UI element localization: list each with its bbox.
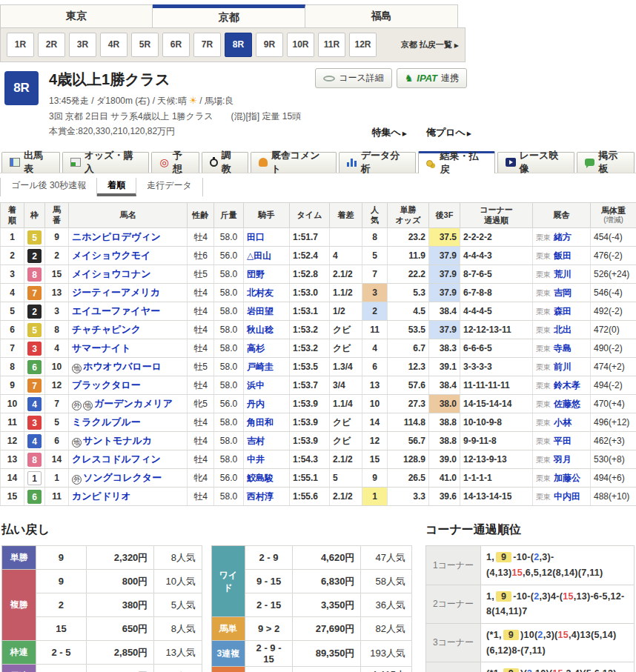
- horse-name-link[interactable]: ソングコレクター: [83, 472, 162, 483]
- jockey-link[interactable]: 団野: [247, 269, 265, 279]
- jockey-link[interactable]: △田山: [247, 250, 271, 261]
- horse-name-link[interactable]: ニホンピロデヴィン: [72, 231, 161, 242]
- popularity: 13: [362, 376, 388, 395]
- nav-tab[interactable]: データ分析: [339, 152, 417, 173]
- race-title: 4歳以上1勝クラス: [49, 70, 301, 90]
- sub-tab[interactable]: 着順: [97, 178, 136, 196]
- jockey-link[interactable]: 西村淳: [247, 491, 274, 502]
- course-detail-button[interactable]: コース詳細: [315, 68, 392, 88]
- venue-tab[interactable]: 福島: [305, 4, 458, 27]
- race-button[interactable]: 3R: [69, 33, 96, 57]
- finish-time: 1:55.1: [290, 469, 330, 488]
- trainer-link[interactable]: 森田: [554, 306, 572, 316]
- horse-name-cell: メイショウクモイ: [69, 247, 188, 265]
- horse-name-link[interactable]: カンピドリオ: [72, 490, 131, 502]
- venue-tab[interactable]: 東京: [0, 4, 153, 27]
- ipat-link-button[interactable]: ♞IPAT連携: [397, 68, 467, 88]
- horse-name-link[interactable]: ジーティーアメリカ: [72, 287, 160, 298]
- payout-amount: 650円: [86, 617, 154, 641]
- race-button[interactable]: 12R: [349, 33, 377, 57]
- horse-name-link[interactable]: チャチャピンク: [72, 324, 141, 335]
- race-button[interactable]: 1R: [7, 33, 34, 57]
- horse-name-link[interactable]: エイユーファイヤー: [72, 305, 160, 316]
- trainer-link[interactable]: 吉岡: [554, 287, 572, 298]
- jockey-link[interactable]: 高杉: [247, 343, 265, 353]
- frame-number-badge: 4: [27, 434, 42, 448]
- nav-tab[interactable]: 調教: [202, 152, 248, 173]
- trainer-link[interactable]: 寺島: [554, 343, 572, 353]
- sub-tab[interactable]: ゴール後 30秒速報: [0, 178, 97, 196]
- race-button[interactable]: 7R: [193, 33, 221, 57]
- nav-tab[interactable]: オッズ・購入: [62, 152, 150, 173]
- jockey-link[interactable]: 田口: [247, 232, 265, 242]
- horse-name-link[interactable]: クレスコドルフィン: [72, 453, 161, 465]
- race-button[interactable]: 5R: [131, 33, 159, 57]
- race-button[interactable]: 10R: [287, 33, 314, 57]
- race-button[interactable]: 9R: [256, 33, 283, 57]
- header-link[interactable]: 俺プロへ▶: [426, 126, 471, 139]
- corner-order-text: 1,9-10-(2,3)-(4,13)15,6,5,12(8,14)(7,11): [481, 546, 635, 585]
- corner-passing-order: 6-6-6-5: [460, 339, 533, 358]
- horse-name-link[interactable]: ガーデンカメリア: [94, 398, 173, 409]
- result-row: 523エイユーファイヤー牡458.0岩田望1:53.11/224.538.44-…: [1, 302, 636, 321]
- horse-name-link[interactable]: メイショウクモイ: [72, 250, 150, 261]
- trainer-link[interactable]: 緒方: [554, 232, 572, 242]
- horse-name-link[interactable]: サントモナルカ: [83, 435, 152, 446]
- horse-name-link[interactable]: メイショウコナン: [72, 268, 150, 279]
- last-3f-time: 41.0: [429, 469, 460, 488]
- sub-tab[interactable]: 走行データ: [136, 178, 203, 196]
- horse-name-link[interactable]: ミラクルブルー: [72, 416, 141, 428]
- trainer-link[interactable]: 中内田: [554, 491, 580, 502]
- nav-tab[interactable]: 厩舎コメント: [251, 152, 337, 173]
- trainer-link[interactable]: 加藤公: [554, 473, 580, 483]
- nav-tab[interactable]: ◎予想: [151, 152, 199, 173]
- venue-payout-list-link[interactable]: 京都 払戻一覧▶: [401, 39, 459, 50]
- header-link[interactable]: 特集へ▶: [371, 126, 406, 139]
- result-row: 734サマーナイト牡458.0高杉1:53.2クビ46.738.36-6-6-5…: [1, 339, 636, 358]
- trainer-link[interactable]: 鈴木孝: [554, 380, 580, 390]
- trainer-link[interactable]: 佐藤悠: [554, 399, 580, 409]
- column-header: 枠: [24, 202, 45, 228]
- jockey-link[interactable]: 角田和: [247, 417, 274, 428]
- venue-tab[interactable]: 京都: [153, 4, 305, 27]
- carried-weight: 58.0: [214, 228, 244, 247]
- payout-combination: 9: [36, 570, 86, 593]
- trainer-link[interactable]: 飯田: [554, 250, 572, 261]
- trainer-link[interactable]: 荒川: [554, 269, 572, 279]
- jockey-link[interactable]: 中井: [247, 454, 265, 465]
- stable-cell: 栗東前川: [533, 358, 591, 376]
- jockey-link[interactable]: 丹内: [247, 399, 265, 409]
- course-detail-label: コース詳細: [339, 72, 384, 84]
- horse-origin-mark: 外: [72, 475, 82, 485]
- frame-number-badge: 8: [27, 267, 42, 282]
- jockey-link[interactable]: 戸崎圭: [247, 362, 274, 372]
- trainer-link[interactable]: 北出: [554, 325, 572, 335]
- payout-popularity: 36人気: [361, 593, 412, 617]
- training-region: 栗東: [536, 326, 551, 334]
- jockey-link[interactable]: 北村友: [247, 287, 274, 298]
- jockey-link[interactable]: 岩田望: [247, 306, 274, 316]
- trainer-link[interactable]: 前川: [554, 362, 572, 372]
- trainer-link[interactable]: 小林: [554, 417, 572, 428]
- jockey-link[interactable]: 鮫島駿: [247, 473, 274, 483]
- column-header: 着差: [330, 202, 362, 228]
- race-button[interactable]: 6R: [162, 33, 190, 57]
- trainer-link[interactable]: 羽月: [554, 454, 572, 465]
- horse-name-link[interactable]: ホウオウバローロ: [83, 361, 162, 372]
- entry-table-icon: [10, 158, 20, 167]
- nav-tab[interactable]: 掲示板: [577, 152, 635, 173]
- horse-name-link[interactable]: サマーナイト: [72, 342, 131, 353]
- trainer-link[interactable]: 平田: [554, 436, 572, 446]
- jockey-link[interactable]: 秋山稔: [247, 325, 274, 335]
- jockey-link[interactable]: 吉村: [247, 436, 265, 446]
- race-button[interactable]: 4R: [100, 33, 127, 57]
- race-button[interactable]: 8R: [225, 33, 252, 57]
- nav-tab[interactable]: レース映像: [497, 152, 575, 173]
- race-button[interactable]: 11R: [318, 33, 345, 57]
- nav-tab[interactable]: 結果・払戻: [418, 151, 494, 173]
- nav-tab[interactable]: 出馬表: [1, 152, 60, 173]
- race-button[interactable]: 2R: [38, 33, 65, 57]
- finish-position: 5: [1, 302, 24, 321]
- jockey-link[interactable]: 浜中: [247, 380, 265, 390]
- horse-name-link[interactable]: ブラックタロー: [72, 379, 141, 390]
